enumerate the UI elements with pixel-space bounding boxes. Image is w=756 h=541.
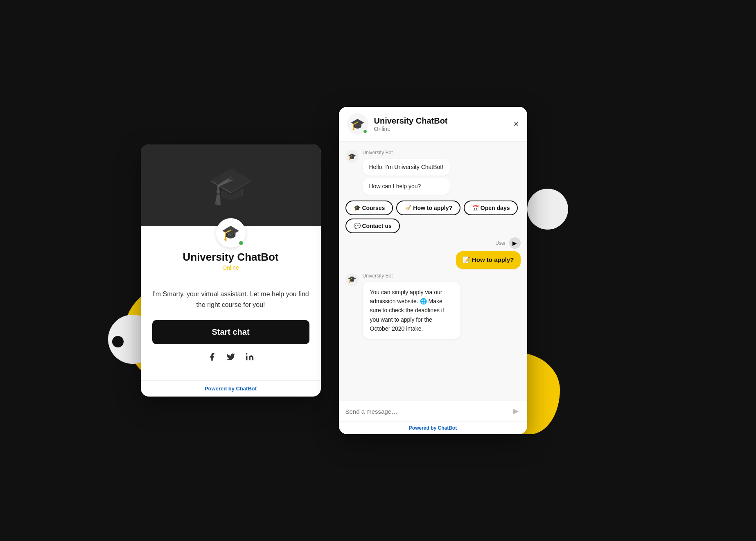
right-panel: 🎓 University ChatBot Online × 🎓 Universi… (339, 107, 535, 434)
right-avatar-wrap: 🎓 (347, 113, 368, 135)
bot-sender-label: University Bot (363, 150, 450, 156)
right-powered-by: Powered by ChatBot (339, 422, 527, 434)
powered-label: Powered by (205, 385, 236, 392)
user-sender-label: User (495, 240, 506, 246)
social-icons-row (152, 352, 309, 364)
left-bot-status: Online (222, 264, 239, 271)
linkedin-icon[interactable] (245, 352, 254, 364)
left-avatar-wrap: 🎓 (216, 218, 246, 248)
bot-response-bubble: You can simply apply via our admission w… (363, 282, 461, 339)
chat-header-info: University ChatBot Online (374, 116, 448, 132)
quick-replies-area: 🎓 Courses 📝 How to apply? 📅 Open days 💬 … (345, 201, 521, 233)
start-chat-button[interactable]: Start chat (152, 320, 309, 344)
left-powered-by: Powered by ChatBot (141, 380, 321, 397)
bot-bubble-1: Hello, I'm University ChatBot! (363, 159, 450, 176)
close-button[interactable]: × (514, 119, 519, 128)
left-panel: 🎓 🎓 University ChatBot Online I'm Smarty… (133, 144, 329, 396)
bot-avatar-msg: 🎓 (345, 150, 359, 163)
user-label-row: User ▶ (495, 237, 520, 249)
left-online-indicator (238, 240, 244, 246)
bot-message-content: University Bot Hello, I'm University Cha… (363, 150, 450, 195)
decorative-dot (112, 336, 124, 347)
right-online-indicator (363, 129, 368, 134)
scene: 🎓 🎓 University ChatBot Online I'm Smarty… (133, 86, 624, 455)
bot-message-row-1: 🎓 University Bot Hello, I'm University C… (345, 150, 521, 195)
send-button[interactable]: ► (512, 406, 521, 417)
quick-reply-courses[interactable]: 🎓 Courses (345, 201, 393, 215)
widget-identity: 🎓 University ChatBot Online (141, 226, 321, 281)
right-bot-status: Online (374, 126, 448, 132)
bot-response-row: 🎓 University Bot You can simply apply vi… (345, 273, 521, 339)
left-chat-widget: 🎓 🎓 University ChatBot Online I'm Smarty… (141, 144, 321, 396)
right-powered-brand: ChatBot (438, 425, 457, 431)
user-bubble: 📝 How to apply? (456, 251, 521, 269)
chat-input-area: ► (339, 401, 527, 422)
chat-header: 🎓 University ChatBot Online × (339, 107, 527, 142)
quick-reply-apply[interactable]: 📝 How to apply? (396, 201, 460, 215)
twitter-icon[interactable] (226, 352, 235, 364)
quick-reply-contact[interactable]: 💬 Contact us (345, 219, 400, 233)
facebook-icon[interactable] (208, 352, 217, 364)
hero-graduation-icon: 🎓 (208, 164, 254, 207)
bot-avatar-response: 🎓 (345, 273, 359, 286)
svg-point-0 (246, 353, 247, 354)
chat-input[interactable] (345, 408, 508, 415)
intro-text: I'm Smarty, your virtual assistant. Let … (152, 289, 309, 310)
bot-sender-label-2: University Bot (363, 273, 485, 279)
bot-bubble-2: How can I help you? (363, 178, 450, 195)
left-widget-body: I'm Smarty, your virtual assistant. Let … (141, 281, 321, 376)
bot-response-content: University Bot You can simply apply via … (363, 273, 485, 339)
right-bot-name: University ChatBot (374, 116, 448, 126)
right-chat-widget: 🎓 University ChatBot Online × 🎓 Universi… (339, 107, 527, 434)
user-message-section: User ▶ 📝 How to apply? (345, 237, 521, 269)
right-powered-label: Powered by (409, 425, 438, 431)
hero-image: 🎓 (141, 144, 321, 226)
left-bot-name: University ChatBot (183, 251, 278, 264)
powered-brand-left: ChatBot (236, 385, 257, 392)
decorative-blob-white-right (527, 189, 568, 230)
hero-bg: 🎓 (141, 144, 321, 226)
chat-messages: 🎓 University Bot Hello, I'm University C… (339, 142, 527, 401)
quick-reply-opendays[interactable]: 📅 Open days (464, 201, 518, 215)
user-avatar-msg: ▶ (509, 237, 521, 249)
